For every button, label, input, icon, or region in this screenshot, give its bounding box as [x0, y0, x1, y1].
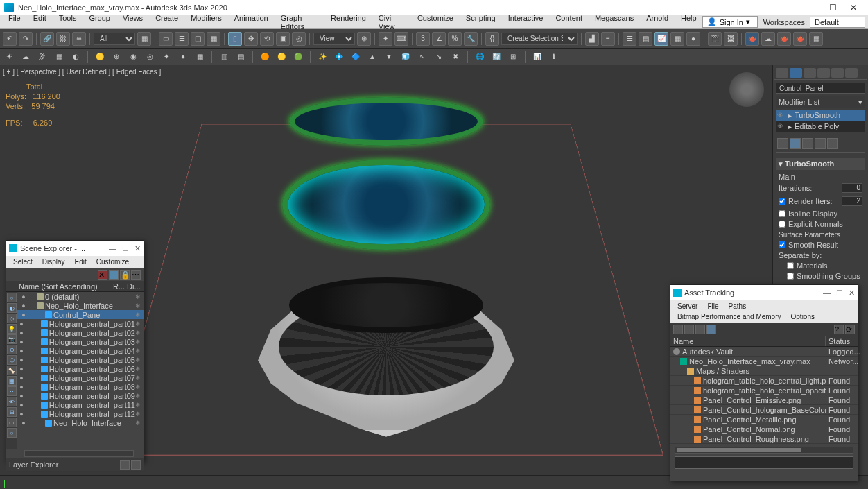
se-side-1[interactable]: ○: [7, 293, 17, 302]
maximize-button[interactable]: ☐: [822, 0, 843, 15]
se-maximize-button[interactable]: ☐: [122, 244, 129, 253]
named-sel-button[interactable]: {}: [485, 32, 499, 46]
show-end-button[interactable]: [790, 138, 801, 149]
coord-select[interactable]: View: [313, 33, 355, 45]
at-maximize-button[interactable]: ☐: [836, 289, 843, 298]
smooth-check[interactable]: [779, 241, 785, 248]
se-side-13[interactable]: ▭: [7, 418, 17, 427]
open-autodesk-button[interactable]: 🫖: [777, 32, 791, 46]
se-side-10[interactable]: 〰: [7, 386, 17, 396]
scene-item[interactable]: ●Hologram_central_part06❄: [17, 364, 144, 373]
undo-button[interactable]: ↶: [3, 32, 17, 46]
menu-animation[interactable]: Animation: [229, 12, 274, 32]
at-minimize-button[interactable]: —: [823, 289, 831, 298]
t2-6[interactable]: 🟡: [94, 51, 106, 63]
at-tool-4[interactable]: [706, 325, 716, 334]
se-close-button[interactable]: ✕: [134, 244, 141, 253]
align-button[interactable]: ≡: [601, 32, 615, 46]
utilities-tab[interactable]: [845, 68, 858, 78]
menu-tools[interactable]: Tools: [53, 12, 83, 32]
asset-row[interactable]: hologram_table_holo_central_light.pngFou…: [670, 376, 858, 386]
t2-15[interactable]: 🟠: [259, 51, 271, 63]
signin-button[interactable]: 👤 Sign In ▾: [702, 16, 758, 28]
scene-item[interactable]: ●Neo_Holo_Interface❄: [17, 301, 144, 310]
pin-stack-button[interactable]: [777, 138, 788, 149]
bind-button[interactable]: ∞: [72, 32, 86, 46]
schematic-button[interactable]: ▦: [670, 32, 684, 46]
t2-4[interactable]: ▦: [53, 51, 65, 63]
workspace-select[interactable]: Default: [810, 17, 865, 28]
asset-row[interactable]: Panel_Control_Roughness.pngFound: [670, 434, 858, 444]
menu-interactive[interactable]: Interactive: [503, 12, 549, 32]
render-setup-button[interactable]: 🎬: [708, 32, 722, 46]
t2-23[interactable]: 🧊: [399, 51, 412, 63]
at-input-field[interactable]: [675, 456, 853, 469]
at-menu-options[interactable]: Options: [787, 312, 819, 321]
viewport-label[interactable]: [ + ] [ Perspective ] [ User Defined ] […: [3, 68, 161, 76]
render-online-button[interactable]: ☁: [761, 32, 775, 46]
placement-button[interactable]: ◎: [292, 32, 306, 46]
scale-button[interactable]: ▣: [276, 32, 290, 46]
scene-item[interactable]: ●Hologram_central_part01❄: [17, 319, 144, 328]
scene-item[interactable]: ●Hologram_central_part09❄: [17, 391, 144, 400]
t2-20[interactable]: 🔷: [349, 51, 362, 63]
asset-tracking-window[interactable]: Asset Tracking —☐✕ ServerFilePathsBitmap…: [670, 284, 858, 481]
se-scrollbar[interactable]: [24, 450, 134, 457]
se-foot-1[interactable]: [120, 460, 130, 470]
render-frame-button[interactable]: 🖼: [724, 32, 738, 46]
layers-button[interactable]: ☰: [623, 32, 636, 46]
modifier-item[interactable]: ▸ TurboSmooth: [776, 110, 865, 121]
scene-item[interactable]: ●0 (default)❄: [17, 292, 144, 301]
se-more-button[interactable]: ⋯: [131, 270, 141, 280]
menu-create[interactable]: Create: [150, 12, 184, 32]
t2-8[interactable]: ◉: [127, 51, 139, 63]
at-tool-1[interactable]: [673, 325, 683, 334]
viewcube-icon[interactable]: [729, 72, 764, 107]
se-d-column[interactable]: Di...: [127, 282, 141, 291]
scene-item[interactable]: ●Control_Panel❄: [17, 310, 144, 319]
at-menu-server[interactable]: Server: [673, 302, 702, 311]
menu-modifiers[interactable]: Modifiers: [185, 12, 227, 32]
t2-9[interactable]: ◎: [144, 51, 156, 63]
motion-tab[interactable]: [817, 68, 830, 78]
hierarchy-tab[interactable]: [804, 68, 816, 78]
scene-item[interactable]: ●Hologram_central_part02❄: [17, 328, 144, 337]
at-close-button[interactable]: ✕: [849, 289, 855, 298]
t2-30[interactable]: 📊: [531, 51, 544, 63]
scene-item[interactable]: ●Hologram_central_part07❄: [17, 373, 144, 382]
angle-snap-button[interactable]: ∠: [432, 32, 446, 46]
t2-2[interactable]: ☁: [19, 51, 32, 63]
move-button[interactable]: ✥: [244, 32, 258, 46]
t2-10[interactable]: ✦: [160, 51, 173, 63]
se-filter-button[interactable]: [109, 270, 119, 280]
se-side-9[interactable]: ▦: [7, 376, 17, 386]
manip-button[interactable]: ✦: [379, 32, 392, 46]
remove-mod-button[interactable]: [815, 138, 826, 149]
scene-item[interactable]: ●Hologram_central_part05❄: [17, 355, 144, 364]
at-menu-paths[interactable]: Paths: [724, 302, 751, 311]
t2-19[interactable]: 💠: [333, 51, 345, 63]
menu-group[interactable]: Group: [83, 12, 116, 32]
se-lock-button[interactable]: 🔒: [120, 270, 130, 280]
se-footer-label[interactable]: Layer Explorer: [9, 461, 59, 469]
se-side-12[interactable]: ⊞: [7, 407, 17, 417]
link-button[interactable]: 🔗: [40, 32, 54, 46]
mirror-button[interactable]: ▟: [585, 32, 599, 46]
t2-12[interactable]: ▦: [193, 51, 206, 63]
se-side-5[interactable]: 📷: [7, 334, 17, 344]
menu-edit[interactable]: Edit: [28, 12, 52, 32]
se-side-14[interactable]: ○: [7, 428, 17, 438]
render-iters-check[interactable]: [779, 198, 785, 205]
menu-help[interactable]: Help: [675, 12, 702, 32]
spinner-snap-button[interactable]: 🔧: [464, 32, 478, 46]
asset-row[interactable]: Panel_Control_Metallic.pngFound: [670, 415, 858, 424]
tool-button[interactable]: ▦: [137, 32, 151, 46]
se-menu-select[interactable]: Select: [9, 257, 37, 266]
snap-button[interactable]: 3: [416, 32, 430, 46]
se-menu-edit[interactable]: Edit: [71, 257, 91, 266]
asset-row[interactable]: Panel_Control_Normal.pngFound: [670, 424, 858, 434]
select-name-button[interactable]: ☰: [175, 32, 189, 46]
curve-editor-button[interactable]: 📈: [654, 32, 668, 46]
percent-snap-button[interactable]: %: [448, 32, 462, 46]
select-region-button[interactable]: ◫: [191, 32, 205, 46]
